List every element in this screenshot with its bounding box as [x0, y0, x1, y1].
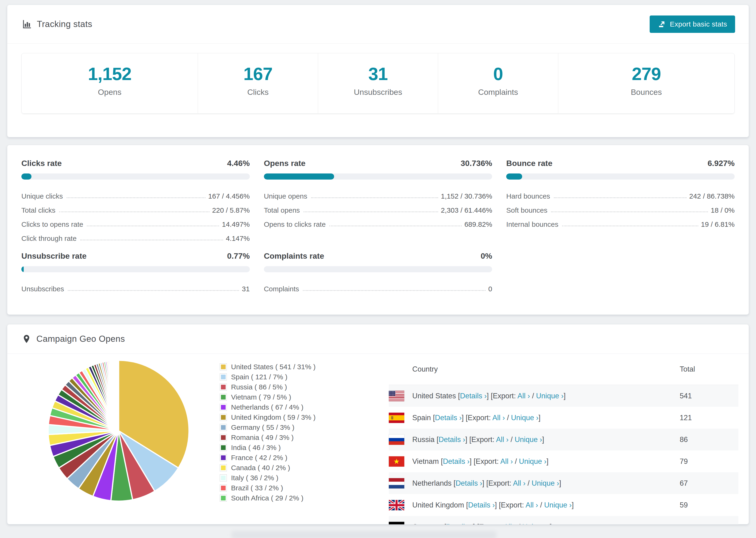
- rate-title: Opens rate: [264, 159, 306, 168]
- legend-item-united-states[interactable]: United States ( 541 / 31% ): [220, 362, 315, 372]
- country-cell: Russia [Details ›] [Export: All › / Uniq…: [412, 435, 680, 444]
- bracket: ] [: [495, 501, 501, 509]
- country-name: Germany: [412, 523, 442, 525]
- legend-swatch: [220, 495, 227, 502]
- flag-cell: [389, 522, 412, 525]
- export-unique-link[interactable]: Unique ›: [522, 523, 550, 525]
- rates-card: Clicks rate4.46%Unique clicks167 / 4.456…: [7, 145, 749, 315]
- legend-label: Netherlands ( 67 / 4% ): [231, 403, 303, 411]
- rate-detail-row: Total opens2,303 / 61.446%: [264, 200, 492, 214]
- legend-item-india[interactable]: India ( 46 / 3% ): [220, 443, 315, 453]
- legend-item-vietnam[interactable]: Vietnam ( 79 / 5% ): [220, 392, 315, 402]
- stat-box-clicks: 167Clicks: [198, 53, 318, 113]
- rate-percent: 4.46%: [227, 159, 249, 168]
- country-cell: Vietnam [Details ›] [Export: All › / Uni…: [412, 457, 680, 466]
- bracket: [: [464, 501, 468, 509]
- export-prefix: Export:: [479, 523, 504, 525]
- de-flag-icon: [389, 522, 404, 525]
- details-link[interactable]: Details ›: [460, 392, 487, 400]
- detail-label: Complaints: [264, 285, 299, 293]
- page: Tracking stats Export basic stats 1,152O…: [0, 5, 756, 524]
- legend-label: South Africa ( 29 / 2% ): [231, 494, 303, 502]
- export-unique-link[interactable]: Unique ›: [511, 413, 538, 422]
- detail-value: 19 / 6.81%: [701, 220, 735, 228]
- rate-progress-bar: [264, 174, 492, 180]
- export-all-link[interactable]: All ›: [504, 523, 516, 525]
- flag-cell: [389, 435, 412, 445]
- detail-label: Unique opens: [264, 192, 307, 200]
- slash-separator: /: [516, 523, 522, 525]
- export-all-link[interactable]: All ›: [513, 479, 525, 487]
- legend-item-russia[interactable]: Russia ( 86 / 5% ): [220, 382, 315, 392]
- geo-table-row-netherlands: Netherlands [Details ›] [Export: All › /…: [389, 472, 738, 494]
- export-all-link[interactable]: All ›: [525, 501, 538, 509]
- bracket: [: [431, 413, 435, 422]
- legend-item-romania[interactable]: Romania ( 49 / 3% ): [220, 432, 315, 443]
- details-link[interactable]: Details ›: [456, 479, 482, 487]
- stat-value: 279: [632, 65, 661, 83]
- details-link[interactable]: Details ›: [439, 435, 465, 444]
- legend-item-italy[interactable]: Italy ( 36 / 2% ): [220, 473, 315, 483]
- legend-item-south-africa[interactable]: South Africa ( 29 / 2% ): [220, 493, 315, 503]
- rate-block-opens-rate: Opens rate30.736%Unique opens1,152 / 30.…: [264, 159, 492, 242]
- legend-item-united-kingdom[interactable]: United Kingdom ( 59 / 3% ): [220, 412, 315, 422]
- legend-label: Germany ( 55 / 3% ): [231, 423, 295, 431]
- legend-item-netherlands[interactable]: Netherlands ( 67 / 4% ): [220, 402, 315, 412]
- rate-progress-bar: [21, 266, 250, 272]
- stat-value: 1,152: [88, 65, 132, 83]
- total-cell: 541: [680, 392, 738, 400]
- details-link[interactable]: Details ›: [446, 523, 473, 525]
- country-cell: Spain [Details ›] [Export: All › / Uniqu…: [412, 413, 680, 422]
- export-unique-link[interactable]: Unique ›: [536, 392, 564, 400]
- export-unique-link[interactable]: Unique ›: [531, 479, 559, 487]
- detail-value: 167 / 4.456%: [208, 192, 250, 200]
- export-all-link[interactable]: All ›: [500, 457, 513, 465]
- slash-separator: /: [509, 435, 514, 444]
- details-link[interactable]: Details ›: [435, 413, 462, 422]
- detail-label: Internal bounces: [506, 220, 558, 228]
- legend-item-spain[interactable]: Spain ( 121 / 7% ): [220, 372, 315, 382]
- country-name: Netherlands: [412, 479, 452, 487]
- legend-label: United Kingdom ( 59 / 3% ): [231, 413, 315, 421]
- geo-table-row-germany: Germany [Details ›] [Export: All › / Uni…: [389, 516, 738, 524]
- geo-table-rows: United States [Details ›] [Export: All ›…: [389, 385, 738, 524]
- country-name: Vietnam: [412, 457, 439, 465]
- export-unique-link[interactable]: Unique ›: [544, 501, 572, 509]
- bracket: ] [: [473, 523, 479, 525]
- slash-separator: /: [505, 413, 511, 422]
- rate-detail-row: Complaints0: [264, 279, 492, 293]
- export-all-link[interactable]: All ›: [496, 435, 509, 444]
- legend-label: India ( 46 / 3% ): [231, 444, 281, 452]
- geo-body: United States ( 541 / 31% )Spain ( 121 /…: [7, 354, 749, 524]
- legend-item-germany[interactable]: Germany ( 55 / 3% ): [220, 422, 315, 432]
- rate-title: Clicks rate: [21, 159, 62, 168]
- total-column-header: Total: [680, 365, 738, 373]
- detail-label: Unsubscribes: [21, 285, 64, 293]
- export-unique-link[interactable]: Unique ›: [519, 457, 546, 465]
- ru-flag-icon: [389, 435, 404, 445]
- rate-block-bounce-rate: Bounce rate6.927%Hard bounces242 / 86.73…: [506, 159, 735, 242]
- rate-detail-row: Internal bounces19 / 6.81%: [506, 214, 735, 228]
- rate-title: Unsubscribe rate: [21, 251, 87, 260]
- stat-box-unsubscribes: 31Unsubscribes: [318, 53, 438, 113]
- export-all-link[interactable]: All ›: [517, 392, 530, 400]
- geo-table-row-russia: Russia [Details ›] [Export: All › / Uniq…: [389, 429, 738, 451]
- export-basic-stats-button[interactable]: Export basic stats: [650, 16, 735, 33]
- dotted-leader: [67, 197, 205, 198]
- country-name: Spain: [412, 413, 431, 422]
- rate-block-complaints-rate: Complaints rate0%Complaints0: [264, 251, 492, 293]
- detail-value: 242 / 86.738%: [689, 192, 735, 200]
- legend-item-canada[interactable]: Canada ( 40 / 2% ): [220, 463, 315, 473]
- details-link[interactable]: Details ›: [468, 501, 495, 509]
- slash-separator: /: [530, 392, 536, 400]
- details-link[interactable]: Details ›: [443, 457, 469, 465]
- summary-boxes: 1,152Opens167Clicks31Unsubscribes0Compla…: [21, 53, 735, 114]
- export-unique-link[interactable]: Unique ›: [514, 435, 542, 444]
- export-all-link[interactable]: All ›: [492, 413, 505, 422]
- export-prefix: Export:: [476, 457, 500, 465]
- stat-label: Opens: [98, 87, 121, 97]
- legend-item-france[interactable]: France ( 42 / 2% ): [220, 453, 315, 463]
- legend-label: France ( 42 / 2% ): [231, 454, 287, 462]
- export-prefix: Export:: [471, 435, 496, 444]
- legend-item-brazil[interactable]: Brazil ( 33 / 2% ): [220, 483, 315, 493]
